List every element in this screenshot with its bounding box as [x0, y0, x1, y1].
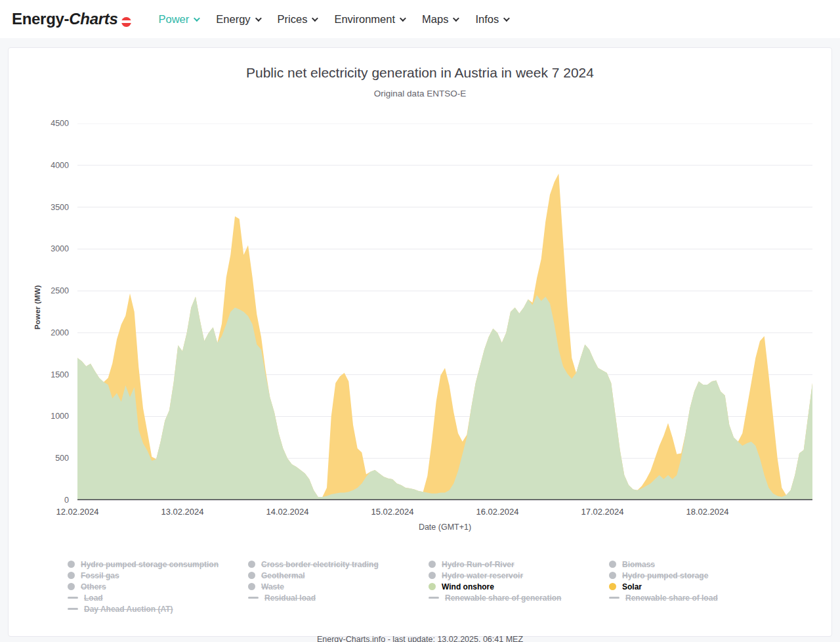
x-tick-label: 15.02.2024	[371, 507, 413, 517]
legend-label: Geothermal	[261, 571, 305, 580]
legend-circle-icon	[248, 572, 255, 579]
chevron-down-icon	[255, 15, 262, 22]
y-tick-label: 4000	[9, 161, 69, 170]
chevron-down-icon	[194, 15, 200, 22]
legend-line-icon	[248, 597, 259, 599]
x-tick-label: 12.02.2024	[56, 507, 98, 517]
legend-label: Others	[81, 582, 106, 591]
chevron-down-icon	[312, 15, 318, 22]
legend-label: Hydro Run-of-River	[442, 560, 514, 569]
legend-column: Cross border electricity tradingGeotherm…	[248, 558, 429, 615]
legend-item-residual-load[interactable]: Residual load	[248, 593, 429, 603]
legend-circle-icon	[68, 583, 75, 590]
legend-circle-icon	[429, 583, 436, 590]
legend-item-biomass[interactable]: Biomass	[609, 559, 789, 569]
legend-item-day-ahead-auction-at[interactable]: Day Ahead Auction (AT)	[68, 604, 248, 614]
legend-column: Hydro Run-of-RiverHydro water reservoirW…	[429, 558, 609, 615]
legend-label: Hydro pumped storage consumption	[81, 560, 219, 569]
x-axis-title: Date (GMT+1)	[419, 523, 471, 532]
legend-line-icon	[68, 608, 78, 610]
legend-item-fossil-gas[interactable]: Fossil gas	[68, 570, 248, 580]
legend-label: Hydro water reservoir	[442, 571, 523, 580]
legend-label: Day Ahead Auction (AT)	[84, 605, 173, 614]
legend-line-icon	[609, 597, 620, 599]
nav-item-label: Maps	[422, 13, 448, 26]
nav-item-label: Prices	[278, 13, 308, 26]
legend-item-others[interactable]: Others	[68, 582, 248, 591]
legend-label: Renewable share of load	[625, 593, 718, 603]
legend-item-load[interactable]: Load	[68, 593, 248, 603]
legend-circle-icon	[609, 561, 616, 568]
legend-circle-icon	[609, 583, 616, 590]
legend-label: Wind onshore	[442, 582, 494, 591]
legend-item-renewable-share-of-load[interactable]: Renewable share of load	[609, 593, 789, 603]
chart-footer-note: Energy-Charts.info - last update: 13.02.…	[9, 635, 831, 642]
main-nav: PowerEnergyPricesEnvironmentMapsInfos	[159, 13, 509, 26]
nav-item-label: Environment	[334, 13, 395, 26]
legend-circle-icon	[429, 561, 436, 568]
nav-item-label: Infos	[475, 13, 499, 26]
nav-item-label: Energy	[216, 13, 250, 26]
chart-title: Public net electricity generation in Aus…	[9, 65, 831, 81]
legend-item-hydro-pumped-storage[interactable]: Hydro pumped storage	[609, 570, 789, 580]
stacked-area-plot[interactable]	[77, 123, 812, 500]
legend-label: Hydro pumped storage	[622, 571, 708, 580]
austria-flag-roundel-icon	[121, 17, 131, 27]
legend-item-hydro-run-of-river[interactable]: Hydro Run-of-River	[429, 559, 609, 569]
y-tick-label: 4500	[9, 119, 69, 128]
legend-label: Waste	[261, 582, 284, 591]
y-tick-label: 1500	[9, 370, 69, 379]
y-tick-label: 3000	[9, 244, 69, 253]
chevron-down-icon	[453, 15, 459, 22]
legend-label: Residual load	[264, 593, 316, 603]
x-tick-label: 17.02.2024	[581, 507, 623, 517]
x-tick-label: 14.02.2024	[266, 507, 308, 517]
legend-column: Hydro pumped storage consumptionFossil g…	[68, 558, 248, 615]
legend-label: Load	[84, 593, 103, 603]
legend-item-hydro-pumped-storage-consumption[interactable]: Hydro pumped storage consumption	[68, 559, 248, 569]
stacked-area-chart-svg[interactable]	[77, 123, 812, 500]
chevron-down-icon	[503, 15, 510, 22]
legend-circle-icon	[429, 572, 436, 579]
y-tick-label: 3500	[9, 203, 69, 212]
nav-item-energy[interactable]: Energy	[216, 13, 259, 26]
y-tick-label: 0	[9, 496, 69, 505]
legend-label: Renewable share of generation	[445, 593, 561, 603]
legend-label: Solar	[622, 582, 642, 591]
legend-item-renewable-share-of-generation[interactable]: Renewable share of generation	[429, 593, 609, 603]
nav-item-environment[interactable]: Environment	[334, 13, 404, 26]
legend-item-cross-border-electricity-trading[interactable]: Cross border electricity trading	[248, 559, 429, 569]
legend-item-solar[interactable]: Solar	[609, 582, 789, 591]
y-tick-label: 2500	[9, 286, 69, 295]
legend-label: Fossil gas	[81, 571, 119, 580]
legend-circle-icon	[248, 561, 255, 568]
energy-charts-logo[interactable]: Energy-Charts	[12, 10, 131, 28]
chevron-down-icon	[400, 15, 406, 22]
x-tick-label: 16.02.2024	[476, 507, 518, 517]
legend-circle-icon	[68, 572, 75, 579]
legend-line-icon	[429, 597, 439, 599]
nav-item-infos[interactable]: Infos	[475, 13, 508, 26]
logo-text-italic: Charts	[69, 10, 117, 28]
nav-item-label: Power	[159, 13, 190, 26]
chart-card: Public net electricity generation in Aus…	[8, 47, 832, 637]
x-tick-label: 18.02.2024	[686, 507, 728, 517]
nav-item-power[interactable]: Power	[159, 13, 199, 26]
legend-item-geothermal[interactable]: Geothermal	[248, 570, 429, 580]
legend-circle-icon	[68, 561, 75, 568]
nav-item-prices[interactable]: Prices	[278, 13, 317, 26]
nav-item-maps[interactable]: Maps	[422, 13, 457, 26]
y-tick-label: 1000	[9, 412, 69, 421]
legend-column: BiomassHydro pumped storageSolarRenewabl…	[609, 558, 789, 615]
legend-item-waste[interactable]: Waste	[248, 582, 429, 591]
chart-legend: Hydro pumped storage consumptionFossil g…	[9, 558, 831, 615]
chart-area: Power (MW) Date (GMT+1) 0500100015002000…	[9, 101, 831, 553]
legend-circle-icon	[248, 583, 255, 590]
legend-circle-icon	[609, 572, 616, 579]
top-header: Energy-Charts PowerEnergyPricesEnvironme…	[0, 0, 840, 38]
legend-label: Biomass	[622, 560, 655, 569]
legend-label: Cross border electricity trading	[261, 560, 379, 569]
legend-item-hydro-water-reservoir[interactable]: Hydro water reservoir	[429, 570, 609, 580]
legend-line-icon	[68, 597, 78, 599]
legend-item-wind-onshore[interactable]: Wind onshore	[429, 582, 609, 591]
